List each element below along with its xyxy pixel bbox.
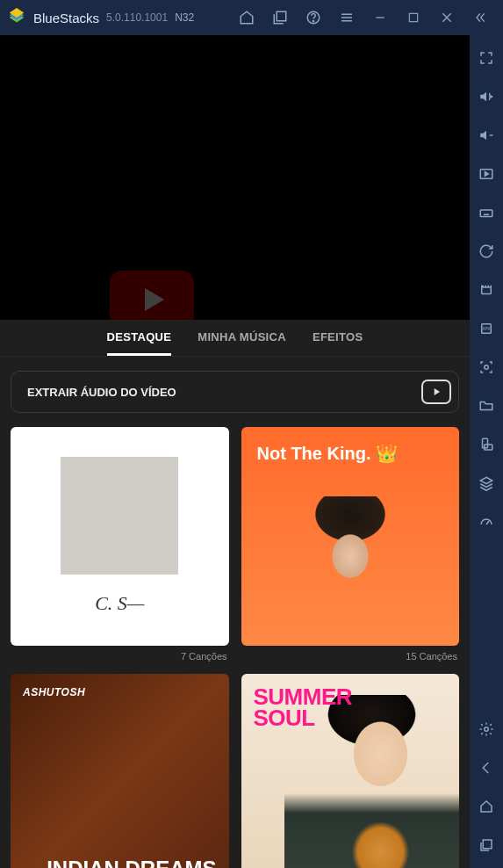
svg-rect-5 <box>480 210 492 217</box>
collapse-sidebar-button[interactable] <box>464 2 496 33</box>
minimize-button[interactable] <box>364 2 396 33</box>
svg-rect-6 <box>482 287 492 294</box>
app-name: BlueStacks <box>33 11 99 25</box>
rotate-icon[interactable] <box>476 434 497 455</box>
album-artist: ASHUTOSH <box>23 686 217 698</box>
svg-rect-3 <box>409 13 417 21</box>
extract-audio-label: EXTRAIR ÁUDIO DO VÍDEO <box>27 386 413 399</box>
album-grid: C. S— 7 Canções Not The King. 👑 15 Cançõ… <box>0 427 470 868</box>
album-title: INDIAN DREAMS <box>23 858 217 868</box>
home-icon[interactable] <box>476 796 497 817</box>
home-button[interactable] <box>231 2 262 33</box>
svg-point-2 <box>313 21 313 22</box>
tab-minha-musica[interactable]: MINHA MÚSICA <box>198 321 286 356</box>
album-title: SUMMERSOUL <box>254 686 353 729</box>
svg-point-12 <box>485 727 489 732</box>
maximize-button[interactable] <box>398 2 429 33</box>
album-art: Not The King. 👑 <box>241 427 460 646</box>
menu-button[interactable] <box>331 2 363 33</box>
apk-icon[interactable]: APK <box>476 318 497 339</box>
folder-icon[interactable] <box>476 395 497 416</box>
close-button[interactable] <box>431 2 463 33</box>
memory-icon[interactable] <box>476 279 497 300</box>
extract-audio-button[interactable] <box>421 380 451 404</box>
fullscreen-icon[interactable] <box>476 47 497 69</box>
arch-label: N32 <box>175 11 194 24</box>
media-player-icon[interactable] <box>476 163 497 184</box>
titlebar: BlueStacks 5.0.110.1001 N32 <box>0 0 503 35</box>
extract-audio-row[interactable]: EXTRAIR ÁUDIO DO VÍDEO <box>11 371 459 413</box>
album-card[interactable]: C. S— 7 Canções <box>11 427 229 662</box>
album-title: Not The King. 👑 <box>257 443 444 464</box>
youtube-subscribe-icon <box>110 271 194 320</box>
album-count: 15 Canções <box>241 646 460 662</box>
album-art: C. S— <box>11 427 229 646</box>
svg-point-9 <box>485 365 489 370</box>
multi-instance-button[interactable] <box>264 2 296 33</box>
album-card[interactable]: SUMMERSOUL <box>241 674 460 869</box>
recents-icon[interactable] <box>476 835 497 856</box>
album-card[interactable]: ASHUTOSH INDIAN DREAMS <box>11 674 229 869</box>
tab-destaque[interactable]: DESTAQUE <box>107 321 172 356</box>
video-preview[interactable] <box>0 35 470 320</box>
volume-up-icon[interactable] <box>476 86 497 107</box>
gear-icon[interactable] <box>476 719 497 740</box>
bluestacks-logo-icon <box>7 8 26 27</box>
album-art: SUMMERSOUL <box>241 674 460 869</box>
svg-rect-13 <box>483 840 492 849</box>
svg-rect-0 <box>277 11 286 21</box>
screenshot-icon[interactable] <box>476 357 497 378</box>
sync-icon[interactable] <box>476 241 497 262</box>
music-panel: DESTAQUE MINHA MÚSICA EFEITOS EXTRAIR ÁU… <box>0 320 470 868</box>
help-button[interactable] <box>298 2 329 33</box>
speedometer-icon[interactable] <box>476 511 497 532</box>
tab-efeitos[interactable]: EFEITOS <box>313 321 363 356</box>
layers-icon[interactable] <box>476 473 497 494</box>
music-tabs: DESTAQUE MINHA MÚSICA EFEITOS <box>0 320 470 357</box>
svg-text:APK: APK <box>482 327 490 331</box>
album-count: 7 Canções <box>11 646 229 662</box>
album-card[interactable]: Not The King. 👑 15 Canções <box>241 427 460 662</box>
volume-down-icon[interactable] <box>476 125 497 146</box>
version-label: 5.0.110.1001 <box>106 11 168 24</box>
back-icon[interactable] <box>476 757 497 778</box>
side-rail: APK <box>470 35 503 868</box>
album-art: ASHUTOSH INDIAN DREAMS <box>11 674 229 869</box>
app-area: DESTAQUE MINHA MÚSICA EFEITOS EXTRAIR ÁU… <box>0 35 470 868</box>
keyboard-icon[interactable] <box>476 202 497 223</box>
